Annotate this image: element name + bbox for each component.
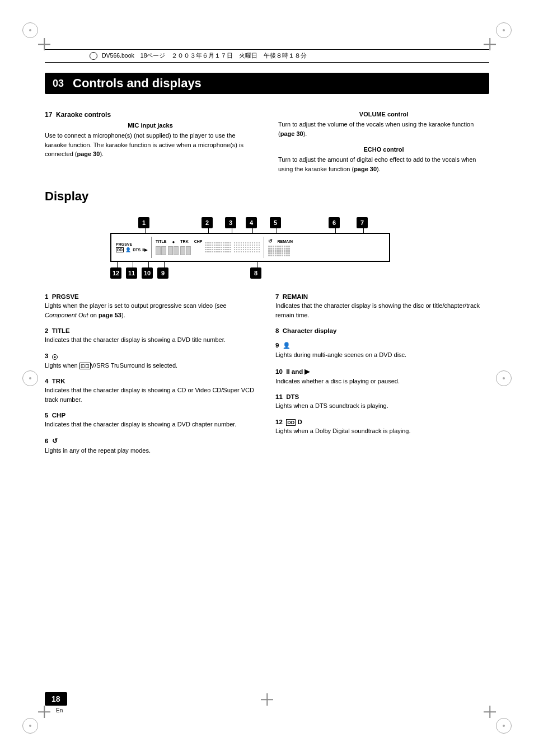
- crosshair-br: [484, 706, 496, 718]
- volume-text-end: ).: [303, 130, 307, 137]
- callout-2: 2: [202, 217, 213, 228]
- lcd-panel: PRGSVE DD 👤 DTS II▶: [110, 233, 390, 262]
- echo-heading: ECHO control: [278, 146, 489, 153]
- desc-text-2: Indicates that the character display is …: [45, 335, 259, 345]
- dts-label: DTS: [133, 248, 140, 252]
- main-content: 03 Controls and displays 17 Karaoke cont…: [45, 73, 489, 689]
- desc-col-left: 1 PRGSVE Lights when the player is set t…: [45, 293, 259, 463]
- desc-item-6: 6 ↺ Lights in any of the repeat play mod…: [45, 437, 259, 456]
- desc-item-5: 5 CHP Indicates that the character displ…: [45, 412, 259, 429]
- callout-5: 5: [270, 217, 281, 228]
- reg-mark-tl: [22, 22, 38, 38]
- echo-text: Turn to adjust the amount of digital ech…: [278, 155, 489, 173]
- description-grid: 1 PRGSVE Lights when the player is set t…: [45, 293, 489, 463]
- volume-text: Turn to adjust the volume of the vocals …: [278, 120, 489, 138]
- header-japanese-text: DV566.book 18ページ ２００３年６月１７日 火曜日 午後８時１８分: [102, 52, 307, 60]
- callout-row-bottom: 12 11 10 9: [110, 262, 173, 279]
- echo-page-ref: page 30: [354, 166, 377, 172]
- desc-label-4: 4 TRK: [45, 378, 259, 384]
- trk-label: TRK: [180, 240, 188, 245]
- desc-text-9: Lights during multi-angle scenes on a DV…: [275, 350, 489, 360]
- desc-text-12: Lights when a Dolby Digital soundtrack i…: [275, 426, 489, 436]
- volume-text-main: Turn to adjust the volume of the vocals …: [278, 121, 474, 137]
- reg-mark-tr: [496, 22, 512, 38]
- lcd-left-section: PRGSVE DD 👤 DTS II▶: [116, 242, 147, 252]
- desc-label-10: 10 II and ▶: [275, 368, 489, 375]
- karaoke-label: Karaoke controls: [56, 111, 111, 119]
- mic-text-main: Use to connect a microphone(s) (not supp…: [45, 132, 243, 157]
- desc-label-5: 5 CHP: [45, 412, 259, 419]
- callout-11: 11: [126, 267, 137, 279]
- chapter-number: 03: [53, 78, 64, 90]
- callout-1: 1: [138, 217, 149, 228]
- karaoke-section-number-label: 17 Karaoke controls: [45, 111, 256, 119]
- lcd-title-section: TITLE ● TRK CHP: [156, 240, 202, 255]
- desc-item-7: 7 REMAIN Indicates that the character di…: [275, 293, 489, 320]
- chapter-title: Controls and displays: [73, 76, 202, 91]
- page: DV566.book 18ページ ２００３年６月１７日 火曜日 午後８時１８分 …: [0, 0, 534, 756]
- desc-item-10: 10 II and ▶ Indicates whether a disc is …: [275, 368, 489, 386]
- karaoke-num: 17: [45, 111, 52, 119]
- desc-label-7: 7 REMAIN: [275, 293, 489, 300]
- desc-item-11: 11 DTS Lights when a DTS soundtrack is p…: [275, 393, 489, 411]
- title-label: TITLE: [156, 240, 166, 245]
- callout-12: 12: [110, 267, 121, 279]
- mic-text: Use to connect a microphone(s) (not supp…: [45, 131, 256, 159]
- volume-page-ref: page 30: [280, 130, 303, 137]
- desc-item-12: 12 DD D Lights when a Dolby Digital soun…: [275, 419, 489, 436]
- chapter-header: 03 Controls and displays: [45, 73, 489, 94]
- lcd-wrapper-inner: 1 2 3 4 5: [110, 233, 424, 262]
- desc-text-6: Lights in any of the repeat play modes.: [45, 446, 259, 456]
- desc-label-12: 12 DD D: [275, 419, 489, 425]
- desc-label-2: 2 TITLE: [45, 327, 259, 334]
- repeat-icon: ↺: [268, 238, 273, 244]
- seg-group-3: [180, 246, 191, 255]
- desc-text-11: Lights when a DTS soundtrack is playing.: [275, 401, 489, 411]
- desc-label-3: 3 ●: [45, 353, 259, 360]
- desc-text-10: Indicates whether a disc is playing or p…: [275, 377, 489, 386]
- seg-digits-row: [156, 246, 191, 255]
- desc-text-1: Lights when the player is set to output …: [45, 301, 259, 320]
- desc-text-5: Indicates that the character display is …: [45, 420, 259, 429]
- crosshair-tl: [38, 38, 50, 50]
- remain-top-labels: ↺ REMAIN: [268, 238, 293, 244]
- desc-label-6: 6 ↺: [45, 437, 259, 445]
- desc-col-right: 7 REMAIN Indicates that the character di…: [275, 293, 489, 463]
- desc-label-9: 9 👤: [275, 342, 489, 349]
- lcd-right-section: ↺ REMAIN: [268, 238, 293, 256]
- pause-play-icon: II▶: [142, 248, 147, 252]
- callout-4: 4: [246, 217, 257, 228]
- header-circle-icon: [90, 52, 97, 60]
- lcd-dot-matrix-3: [268, 246, 290, 256]
- seg-group-1: [156, 246, 166, 255]
- echo-text-end: ).: [377, 166, 381, 172]
- desc-item-3: 3 ● Lights when ⊡⊡V/SRS TruSurround is s…: [45, 353, 259, 370]
- lcd-dot-matrix-2: [234, 242, 260, 253]
- desc-label-8: 8 Character display: [275, 327, 489, 334]
- desc-item-4: 4 TRK Indicates that the character displ…: [45, 378, 259, 404]
- callout-10: 10: [142, 267, 153, 279]
- crosshair-bl: [38, 706, 50, 718]
- dolby-icon: DD: [116, 247, 124, 252]
- desc-item-9: 9 👤 Lights during multi-angle scenes on …: [275, 342, 489, 360]
- lcd-diagram-wrapper: 1 2 3 4 5: [45, 213, 489, 282]
- angle-icon: 👤: [125, 247, 131, 252]
- desc-label-1: 1 PRGSVE: [45, 293, 259, 300]
- header-bar: DV566.book 18ページ ２００３年６月１７日 火曜日 午後８時１８分: [45, 49, 489, 63]
- desc-text-4: Indicates that the character display is …: [45, 386, 259, 404]
- page-badge: 18: [45, 692, 67, 706]
- crosshair-bottom-center: [261, 693, 273, 706]
- callout-6: 6: [329, 217, 340, 228]
- volume-heading: VOLUME control: [278, 111, 489, 118]
- karaoke-right-col: VOLUME control Turn to adjust the volume…: [278, 111, 489, 173]
- lcd-divider-2: [264, 237, 264, 258]
- reg-mark-mr: [496, 370, 512, 386]
- crosshair-tr: [484, 38, 496, 50]
- desc-text-7: Indicates that the character display is …: [275, 301, 489, 320]
- lcd-prgsve-label: PRGSVE: [116, 242, 147, 246]
- mic-text-end: ).: [100, 151, 104, 157]
- mic-heading: MIC input jacks: [45, 122, 256, 129]
- circle-label: ●: [172, 240, 175, 245]
- page-en-label: En: [56, 707, 63, 713]
- callout-8: 8: [250, 267, 261, 279]
